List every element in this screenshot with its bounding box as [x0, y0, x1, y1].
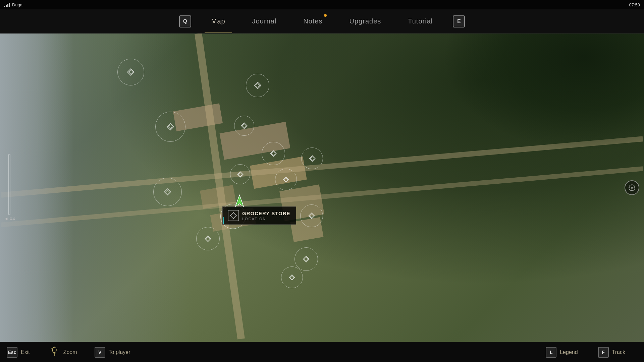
tab-notes[interactable]: Notes — [290, 9, 336, 33]
svg-point-8 — [52, 347, 56, 353]
system-left: Duga — [4, 2, 22, 7]
legend-label: Legend — [560, 349, 578, 355]
esc-key: Esc — [7, 347, 17, 358]
map-area[interactable]: GROCERY STORE LOCATION ◄ X4 — [0, 34, 644, 342]
svg-line-11 — [51, 348, 52, 349]
track-label: Track — [612, 349, 625, 355]
zoom-action[interactable]: Zoom — [49, 347, 77, 358]
map-marker[interactable] — [230, 164, 250, 184]
right-key-badge[interactable]: E — [453, 15, 465, 27]
map-marker[interactable] — [275, 169, 297, 190]
l-key: L — [546, 347, 556, 358]
player-marker — [235, 194, 244, 209]
map-marker[interactable] — [117, 59, 144, 85]
exit-action[interactable]: Esc Exit — [7, 347, 30, 358]
svg-point-3 — [631, 187, 633, 189]
v-key: V — [95, 347, 105, 358]
location-tooltip: GROCERY STORE LOCATION — [222, 206, 296, 225]
map-marker[interactable] — [300, 204, 323, 227]
scale-bar — [8, 155, 10, 215]
to-player-label: To player — [109, 349, 130, 355]
app-name: Duga — [12, 2, 22, 7]
map-marker[interactable] — [155, 112, 185, 142]
map-marker[interactable] — [301, 147, 323, 169]
bottom-bar: Esc Exit Zoom V To player L Legend F Tra… — [0, 342, 644, 362]
track-action[interactable]: F Track — [598, 347, 625, 358]
nav-bar: Q Map Journal Notes Upgrades Tutorial E — [0, 9, 644, 34]
to-player-action[interactable]: V To player — [95, 347, 130, 358]
legend-action[interactable]: L Legend — [546, 347, 578, 358]
tab-journal[interactable]: Journal — [239, 9, 290, 33]
map-marker[interactable] — [262, 142, 285, 165]
exit-label: Exit — [21, 349, 30, 355]
system-time: 07:59 — [629, 2, 640, 7]
f-key: F — [598, 347, 609, 358]
zoom-label: Zoom — [63, 349, 77, 355]
tab-upgrades[interactable]: Upgrades — [336, 9, 395, 33]
map-marker[interactable] — [246, 74, 269, 97]
map-scale: ◄ X4 — [4, 155, 15, 221]
map-marker[interactable] — [234, 116, 254, 136]
map-marker[interactable] — [281, 266, 303, 288]
system-bar: Duga 07:59 — [0, 0, 644, 9]
signal-icon — [4, 2, 10, 7]
left-key-badge[interactable]: Q — [179, 15, 191, 27]
svg-line-12 — [57, 348, 58, 349]
scale-label: ◄ X4 — [4, 216, 15, 221]
tooltip-accent-bar — [223, 217, 224, 224]
map-marker[interactable] — [196, 227, 220, 250]
map-marker[interactable] — [153, 178, 182, 206]
tooltip-icon — [228, 210, 239, 221]
tooltip-location-type: LOCATION — [242, 217, 290, 221]
tab-tutorial[interactable]: Tutorial — [394, 9, 446, 33]
map-nav-button[interactable] — [625, 180, 639, 195]
tooltip-location-name: GROCERY STORE — [242, 210, 290, 216]
zoom-icon — [49, 347, 60, 358]
tab-map[interactable]: Map — [198, 9, 239, 33]
notes-notification-badge — [324, 14, 327, 17]
tooltip-diamond-icon — [230, 212, 237, 219]
